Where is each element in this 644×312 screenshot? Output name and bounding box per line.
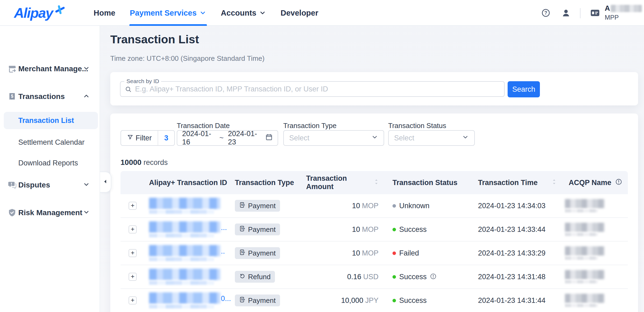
col-acqp-name: ACQP Name <box>562 171 628 194</box>
transaction-type-label: Payment <box>248 249 276 257</box>
sort-icon[interactable] <box>374 179 378 187</box>
sidebar-item-merchant-management[interactable]: Merchant Manage... <box>0 60 100 77</box>
plus-icon: + <box>131 226 135 232</box>
sort-icon[interactable] <box>552 179 556 187</box>
chevron-down-icon <box>259 9 266 16</box>
transaction-id-ellipsis: ... <box>221 224 227 232</box>
transaction-time-cell: 2024-01-23 14:34:03 <box>469 202 562 210</box>
svg-text:$: $ <box>11 94 13 98</box>
status-dot <box>392 275 396 279</box>
transaction-type-label: Refund <box>248 273 271 281</box>
transaction-date-label: Transaction Date <box>177 122 230 130</box>
acqp-name-redacted <box>565 246 605 260</box>
expand-cell: + <box>121 202 145 210</box>
nav-developer[interactable]: Developer <box>281 0 318 26</box>
nav-home[interactable]: Home <box>94 0 115 26</box>
records-count: 10000 <box>121 158 141 166</box>
svg-text:$: $ <box>241 250 243 254</box>
expand-row-button[interactable]: + <box>129 249 137 257</box>
transaction-type-badge: $ Payment <box>235 224 280 235</box>
account-name-initial: A <box>605 4 610 13</box>
date-from-value: 2024-01-16 <box>182 130 215 146</box>
sidebar-item-disputes[interactable]: Disputes <box>0 176 100 194</box>
user-icon[interactable] <box>561 0 571 26</box>
transaction-type-badge: $ Payment <box>235 247 280 259</box>
search-button[interactable]: Search <box>508 81 540 97</box>
expand-row-button[interactable]: + <box>129 273 137 281</box>
expand-row-button[interactable]: + <box>129 296 137 304</box>
status-select-placeholder: Select <box>394 134 414 142</box>
transaction-time-cell: 2024-01-23 14:31:44 <box>469 296 562 305</box>
transaction-id-cell: ... <box>145 221 234 237</box>
expand-row-button[interactable]: + <box>129 225 137 233</box>
status-dot <box>392 299 396 302</box>
filter-button[interactable]: Filter 3 <box>121 130 175 146</box>
account-menu[interactable]: A MPP <box>605 4 642 21</box>
records-count-line: 10000 records <box>121 158 168 167</box>
nav-accounts[interactable]: Accounts <box>221 0 266 26</box>
transaction-id-link-redacted[interactable] <box>149 198 220 214</box>
chevron-down-icon <box>462 134 469 143</box>
acqp-name-redacted <box>565 223 605 236</box>
calendar-icon <box>265 133 273 143</box>
transaction-id-link-redacted[interactable] <box>149 269 220 285</box>
transaction-time-cell: 2024-01-23 14:33:29 <box>469 249 562 257</box>
amount-currency: MOP <box>362 225 378 234</box>
amount-value: 10 <box>352 225 360 234</box>
sidebar-item-transactions[interactable]: $ Transactions <box>0 88 100 105</box>
sidebar-item-transaction-list[interactable]: Transaction List <box>4 112 98 129</box>
transaction-id-cell <box>145 269 234 285</box>
transaction-id-link-redacted[interactable] <box>149 245 220 261</box>
table-row: + ... $ <box>121 218 628 242</box>
transaction-id-link-redacted[interactable] <box>149 221 220 237</box>
sidebar-item-settlement-calendar[interactable]: Settlement Calendar <box>0 134 100 151</box>
acqp-name-cell <box>562 270 628 283</box>
nav-payment-services-label: Payment Services <box>130 9 197 17</box>
date-range-picker[interactable]: 2024-01-16 ~ 2024-01-23 <box>177 130 278 146</box>
account-org-label: MPP <box>605 14 642 21</box>
search-field: Search by ID <box>120 81 505 97</box>
page-title: Transaction List <box>110 33 199 46</box>
alipay-logo[interactable]: Alipay <box>14 0 66 26</box>
filter-count-badge[interactable]: 3 <box>158 131 174 145</box>
transaction-type-label: Transaction Type <box>283 122 337 130</box>
sidebar-collapse-handle[interactable] <box>100 172 111 193</box>
search-input[interactable] <box>135 82 501 96</box>
expand-cell: + <box>121 249 145 257</box>
svg-text:$: $ <box>241 203 243 206</box>
table-row: + $ <box>121 194 628 218</box>
amount-currency: MOP <box>362 249 378 257</box>
info-circle-icon[interactable] <box>615 178 622 187</box>
sidebar-item-download-reports[interactable]: Download Reports <box>0 154 100 172</box>
id-card-icon[interactable] <box>590 0 600 26</box>
help-icon[interactable]: ? <box>541 0 550 26</box>
nav-accounts-label: Accounts <box>221 9 256 17</box>
chevron-down-icon <box>371 134 378 143</box>
transaction-amount-cell: 0.16 USD <box>306 273 380 281</box>
col-transaction-status: Transaction Status <box>380 171 469 194</box>
table-row: + 0... $ <box>121 289 628 312</box>
transaction-type-cell: $ Refund <box>234 271 306 283</box>
app-root: Alipay Home Payment Services Accounts <box>0 0 644 312</box>
amount-value: 10 <box>352 249 360 257</box>
plus-icon: + <box>131 297 135 303</box>
acqp-name-redacted <box>565 294 605 307</box>
table-header-row: Alipay+ Transaction ID Transaction Type … <box>121 171 628 194</box>
status-dot <box>392 204 396 208</box>
transaction-id-cell: .. <box>145 245 234 261</box>
sidebar-item-risk-management[interactable]: Risk Management <box>0 204 100 221</box>
info-circle-icon[interactable] <box>430 273 437 281</box>
filter-button-label: Filter <box>136 134 152 142</box>
transaction-id-link-redacted[interactable] <box>149 292 220 309</box>
transaction-amount-cell: 10,000 JPY <box>306 296 380 305</box>
nav-payment-services[interactable]: Payment Services <box>130 0 206 26</box>
transaction-type-select[interactable]: Select <box>283 130 384 146</box>
date-separator: ~ <box>220 134 224 142</box>
type-select-placeholder: Select <box>289 134 309 142</box>
sidebar-item-label: Merchant Manage... <box>18 65 88 73</box>
transaction-type-badge: $ Refund <box>235 271 275 283</box>
date-to-value: 2024-01-23 <box>228 130 261 146</box>
transaction-status-select[interactable]: Select <box>388 130 475 146</box>
expand-row-button[interactable]: + <box>129 202 137 210</box>
col-alipay-transaction-id: Alipay+ Transaction ID <box>145 171 234 194</box>
